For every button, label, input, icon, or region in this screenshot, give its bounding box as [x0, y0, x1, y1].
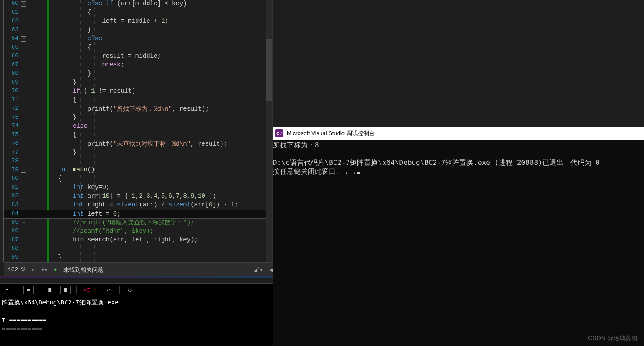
fold-toggle-icon[interactable]: −: [21, 124, 26, 129]
clock-icon[interactable]: ◷: [125, 286, 135, 294]
code-text[interactable]: {: [43, 44, 91, 52]
code-lines[interactable]: 60− else if (arr[middle] < key)61 {62 le…: [4, 0, 272, 262]
check-icon: ●: [54, 266, 57, 273]
fold-toggle-icon[interactable]: −: [21, 220, 26, 225]
code-line[interactable]: 60− else if (arr[middle] < key): [4, 0, 272, 9]
code-text[interactable]: }: [43, 149, 77, 157]
clear-icon[interactable]: ✕≡: [82, 286, 92, 294]
code-line[interactable]: 88: [4, 245, 272, 254]
code-line[interactable]: 89 }: [4, 254, 272, 262]
code-line[interactable]: 78 }: [4, 157, 272, 166]
code-text[interactable]: else: [43, 35, 102, 44]
wrap-icon[interactable]: ↩: [103, 286, 114, 294]
code-line[interactable]: 86 //scanf("%d\n", &key);: [4, 227, 272, 236]
code-line[interactable]: 79− int main(): [4, 166, 272, 175]
code-line[interactable]: 70− if (-1 != result): [4, 87, 272, 96]
fold-toggle-icon[interactable]: −: [21, 1, 26, 7]
line-number: 82: [4, 192, 21, 201]
code-line[interactable]: 85− //printf("请输入要查找下标的数字：");: [4, 219, 272, 227]
console-title-text: Microsoft Visual Studio 调试控制台: [287, 129, 375, 137]
code-line[interactable]: 71 {: [4, 96, 272, 105]
divider-bar[interactable]: [0, 276, 273, 278]
fold-toggle-icon[interactable]: −: [21, 36, 26, 42]
code-text[interactable]: {: [43, 175, 62, 184]
code-text[interactable]: //printf("请输入要查找下标的数字：");: [43, 219, 194, 227]
code-text[interactable]: [43, 245, 43, 254]
zoom-dropdown-icon[interactable]: ▾: [31, 266, 35, 273]
code-editor[interactable]: 60− else if (arr[middle] < key)61 {62 le…: [4, 0, 273, 262]
debug-console-window[interactable]: C:\ Microsoft Visual Studio 调试控制台 所找下标为：…: [273, 127, 644, 346]
code-text[interactable]: if (-1 != result): [43, 87, 135, 96]
code-line[interactable]: 68 }: [4, 70, 272, 79]
code-line[interactable]: 63 }: [4, 26, 272, 35]
code-line[interactable]: 80 {: [4, 175, 272, 184]
code-text[interactable]: }: [43, 70, 91, 79]
nav-left-icon[interactable]: ◀: [269, 266, 273, 273]
code-text[interactable]: }: [43, 79, 77, 87]
code-line[interactable]: 73 }: [4, 114, 272, 122]
code-line[interactable]: 67 break;: [4, 61, 272, 70]
step-prev-icon[interactable]: ≣: [45, 286, 55, 294]
step-next-icon[interactable]: ≣: [60, 286, 71, 294]
vertical-scrollbar[interactable]: [266, 0, 272, 262]
brush-icon[interactable]: 🖌▾: [254, 266, 263, 273]
output-body[interactable]: 阵置换\x64\Debug\BC2-7矩阵置换.exe t ==========…: [0, 296, 273, 335]
code-text[interactable]: }: [43, 254, 62, 262]
code-text[interactable]: int main(): [43, 166, 95, 175]
code-line[interactable]: 65 {: [4, 44, 272, 52]
code-text[interactable]: break;: [43, 61, 124, 70]
code-text[interactable]: }: [43, 26, 91, 35]
zoom-level[interactable]: 102 %: [8, 266, 25, 273]
code-text[interactable]: printf("所找下标为：%d\n", result);: [43, 105, 209, 114]
left-strip: [0, 0, 4, 262]
code-text[interactable]: left = middle + 1;: [43, 17, 169, 26]
fold-toggle-icon[interactable]: −: [21, 168, 26, 173]
line-number: 67: [4, 61, 21, 70]
line-number: 61: [4, 9, 21, 17]
line-number: 60: [4, 0, 21, 9]
code-line[interactable]: 87 bin_search(arr, left, right, key);: [4, 236, 272, 245]
code-line[interactable]: 75 {: [4, 131, 272, 140]
code-line[interactable]: 72 printf("所找下标为：%d\n", result);: [4, 105, 272, 114]
code-text[interactable]: int left = 0;: [43, 210, 120, 218]
code-line[interactable]: 77 }: [4, 149, 272, 157]
glasses-icon[interactable]: 👓: [41, 266, 48, 273]
code-line[interactable]: 64− else: [4, 35, 272, 44]
scrollbar-thumb[interactable]: [266, 39, 272, 101]
vs-icon: C:\: [275, 129, 283, 137]
code-text[interactable]: printf("未查找到对应下标：%d\n", result);: [43, 140, 227, 149]
code-text[interactable]: else: [43, 122, 88, 131]
code-line[interactable]: 66 result = middle;: [4, 52, 272, 61]
code-text[interactable]: {: [43, 9, 91, 17]
code-text[interactable]: }: [43, 114, 77, 122]
console-titlebar[interactable]: C:\ Microsoft Visual Studio 调试控制台: [273, 127, 644, 140]
collapse-icon[interactable]: ≔: [23, 286, 34, 294]
code-text[interactable]: result = middle;: [43, 52, 161, 61]
code-line[interactable]: 74− else: [4, 122, 272, 131]
code-line[interactable]: 61 {: [4, 9, 272, 17]
code-line[interactable]: 82 int arr[10] = { 1,2,3,4,5,6,7,8,9,10 …: [4, 192, 272, 201]
line-number: 72: [4, 105, 21, 114]
code-line[interactable]: 76 printf("未查找到对应下标：%d\n", result);: [4, 140, 272, 149]
console-output[interactable]: 所找下标为：8 D:\c语言代码库\BC2-7矩阵置换\x64\Debug\BC…: [273, 140, 644, 176]
line-number: 87: [4, 236, 21, 245]
code-line[interactable]: 84 int left = 0;: [4, 210, 272, 219]
code-text[interactable]: bin_search(arr, left, right, key);: [43, 236, 198, 245]
output-panel[interactable]: ▾ ≔ ≣ ≣ ✕≡ ↩ ◷ 阵置换\x64\Debug\BC2-7矩阵置换.e…: [0, 283, 273, 346]
code-text[interactable]: int arr[10] = { 1,2,3,4,5,6,7,8,9,10 };: [43, 192, 216, 201]
fold-toggle-icon[interactable]: −: [21, 89, 26, 94]
code-line[interactable]: 81 int key=9;: [4, 184, 272, 192]
code-text[interactable]: {: [43, 131, 77, 140]
code-line[interactable]: 69 }: [4, 79, 272, 87]
code-text[interactable]: else if (arr[middle] < key): [43, 0, 187, 9]
code-text[interactable]: //scanf("%d\n", &key);: [43, 227, 154, 236]
history-dropdown-icon[interactable]: ▾: [2, 286, 12, 294]
code-text[interactable]: int right = sizeof(arr) / sizeof(arr[0])…: [43, 201, 238, 210]
line-number: 80: [4, 175, 21, 184]
code-text[interactable]: int key=9;: [43, 184, 109, 192]
code-line[interactable]: 62 left = middle + 1;: [4, 17, 272, 26]
code-line[interactable]: 83 int right = sizeof(arr) / sizeof(arr[…: [4, 201, 272, 210]
code-text[interactable]: {: [43, 96, 77, 105]
code-text[interactable]: }: [43, 157, 62, 166]
line-number: 85: [4, 219, 21, 227]
